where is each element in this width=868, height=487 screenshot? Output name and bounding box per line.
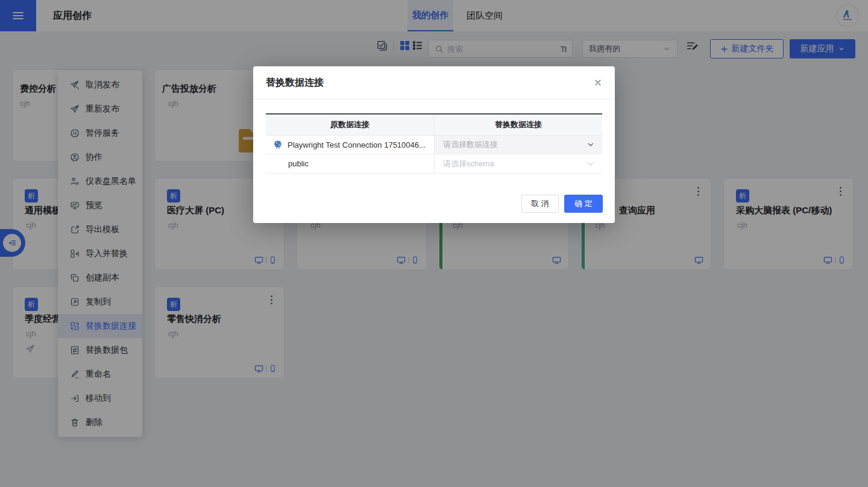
replace-connection-dialog: 替换数据连接 原数据连接 替换数据连接 Playwright Test Conn… [253, 66, 615, 223]
target-connection-placeholder: 请选择数据连接 [443, 139, 498, 150]
confirm-button[interactable]: 确 定 [564, 195, 603, 213]
connection-mapping-table: 原数据连接 替换数据连接 Playwright Test Connection … [266, 113, 602, 174]
target-schema-select[interactable]: 请选择schema [434, 154, 602, 173]
dialog-footer: 取 消 确 定 [521, 195, 603, 213]
source-connection-cell: Playwright Test Connection 17510046... [266, 136, 434, 154]
dialog-title: 替换数据连接 [266, 77, 594, 89]
cancel-button[interactable]: 取 消 [521, 195, 559, 213]
postgresql-icon [273, 140, 283, 149]
source-schema-cell: public [266, 154, 434, 173]
target-schema-placeholder: 请选择schema [443, 159, 494, 169]
table-row: Playwright Test Connection 17510046... 请… [266, 136, 602, 154]
col-header-target: 替换数据连接 [434, 115, 602, 136]
chevron-down-icon [587, 160, 595, 168]
table-row: public 请选择schema [266, 154, 602, 173]
close-icon [594, 78, 602, 87]
target-connection-select[interactable]: 请选择数据连接 [434, 136, 602, 154]
chevron-down-icon [587, 140, 595, 149]
close-button[interactable] [594, 78, 602, 87]
source-schema-name: public [288, 159, 309, 168]
dialog-header: 替换数据连接 [253, 66, 615, 99]
source-connection-name: Playwright Test Connection 17510046... [288, 140, 426, 149]
table-header-row: 原数据连接 替换数据连接 [266, 115, 602, 136]
col-header-source: 原数据连接 [266, 115, 434, 136]
